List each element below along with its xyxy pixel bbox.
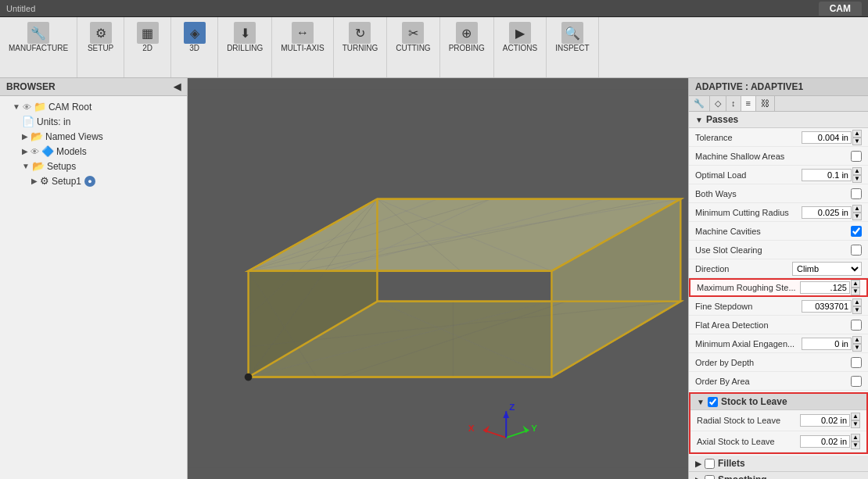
passes-section-header[interactable]: ▼ Passes <box>689 112 868 128</box>
browser-panel: BROWSER ◀ ▼ 👁 📁 CAM Root 📄 Units: in ▶ 📂… <box>0 78 188 479</box>
flat-area-detection-label: Flat Area Detection <box>695 320 851 330</box>
machine-shallow-label: Machine Shallow Areas <box>695 152 851 161</box>
toolbar-cutting[interactable]: ✂ CUTTING <box>387 17 439 77</box>
order-by-depth-checkbox[interactable] <box>851 357 862 368</box>
fillets-section-header[interactable]: ▶ Fillets <box>689 456 868 472</box>
tree-item-namedviews[interactable]: ▶ 📂 Named Views <box>0 129 187 144</box>
machine-shallow-checkbox[interactable] <box>851 151 862 162</box>
visibility-icon[interactable]: 👁 <box>23 102 31 112</box>
machine-cavities-checkbox[interactable] <box>851 226 862 237</box>
radial-stock-input[interactable] <box>800 414 850 427</box>
fine-stepdown-down[interactable]: ▼ <box>852 306 862 314</box>
actions-btn[interactable]: ▶ ACTIONS <box>499 20 541 54</box>
radial-stock-row: Radial Stock to Leave ▲ ▼ <box>690 410 866 431</box>
axial-stock-input[interactable] <box>800 435 850 448</box>
2d-btn[interactable]: ▦ 2D <box>132 20 163 54</box>
tab-geometry[interactable]: ◇ <box>710 96 726 111</box>
max-roughing-stepdown-down[interactable]: ▼ <box>851 288 860 295</box>
units-icon: 📄 <box>22 116 34 127</box>
toolbar-manufacture[interactable]: 🔧 MANUFACTURE <box>0 17 77 77</box>
browser-collapse-icon[interactable]: ◀ <box>174 81 181 92</box>
toolbar-2d[interactable]: ▦ 2D <box>124 17 171 77</box>
toolbar-3d[interactable]: ◈ 3D <box>171 17 218 77</box>
min-cutting-radius-input[interactable] <box>802 206 852 219</box>
max-roughing-stepdown-up[interactable]: ▲ <box>851 280 860 288</box>
tab-tool[interactable]: 🔧 <box>689 96 710 111</box>
fine-stepdown-up[interactable]: ▲ <box>852 298 862 306</box>
tolerance-spinner[interactable]: ▲ ▼ <box>852 130 862 145</box>
tolerance-input[interactable] <box>802 131 852 144</box>
tree-item-models[interactable]: ▶ 👁 🔷 Models <box>0 144 187 159</box>
tolerance-down[interactable]: ▼ <box>852 138 862 145</box>
min-axial-engagement-input[interactable] <box>802 338 852 350</box>
tab-linking[interactable]: ⛓ <box>756 96 775 111</box>
optimal-load-down[interactable]: ▼ <box>852 175 862 183</box>
min-cutting-radius-up[interactable]: ▲ <box>852 205 862 213</box>
min-axial-engagement-up[interactable]: ▲ <box>852 336 862 344</box>
setup1-badge: ● <box>84 176 95 187</box>
machine-shallow-row: Machine Shallow Areas <box>689 147 868 166</box>
min-axial-engagement-spinner[interactable]: ▲ ▼ <box>852 336 862 352</box>
toolbar-inspect[interactable]: 🔍 INSPECT <box>547 17 598 77</box>
cutting-btn[interactable]: ✂ CUTTING <box>392 20 434 54</box>
tree-item-camroot[interactable]: ▼ 👁 📁 CAM Root <box>0 99 187 114</box>
min-cutting-radius-spinner[interactable]: ▲ ▼ <box>852 205 862 220</box>
visibility-icon[interactable]: 👁 <box>30 147 39 156</box>
toolbar-actions[interactable]: ▶ ACTIONS <box>494 17 547 77</box>
min-cutting-radius-down[interactable]: ▼ <box>852 213 862 220</box>
flat-area-detection-checkbox[interactable] <box>851 320 862 331</box>
probing-btn[interactable]: ⊕ PROBING <box>445 20 489 54</box>
turning-btn[interactable]: ↻ TURNING <box>339 20 382 54</box>
optimal-load-spinner[interactable]: ▲ ▼ <box>852 167 862 183</box>
cam-tab[interactable]: CAM <box>819 2 862 16</box>
turning-icon: ↻ <box>349 22 371 44</box>
machine-cavities-value <box>851 226 862 237</box>
smoothing-checkbox[interactable] <box>705 475 715 480</box>
manufacture-btn[interactable]: 🔧 MANUFACTURE <box>5 20 72 54</box>
direction-select[interactable]: Climb Conventional <box>792 262 862 276</box>
fine-stepdown-input[interactable] <box>802 300 852 313</box>
use-slot-clearing-checkbox[interactable] <box>851 245 862 256</box>
smoothing-section-header[interactable]: ▶ Smoothing <box>689 472 868 479</box>
fillets-checkbox[interactable] <box>705 459 715 469</box>
viewport[interactable]: Y X Z <box>188 78 688 479</box>
min-axial-engagement-row: Minimum Axial Engagen... ▲ ▼ <box>689 334 868 353</box>
radial-stock-spinner[interactable]: ▲ ▼ <box>851 413 860 428</box>
tab-passes[interactable]: ≡ <box>741 96 756 111</box>
max-roughing-stepdown-input[interactable] <box>800 281 850 294</box>
fine-stepdown-spinner[interactable]: ▲ ▼ <box>852 298 862 314</box>
order-by-area-checkbox[interactable] <box>851 376 862 387</box>
inspect-btn[interactable]: 🔍 INSPECT <box>551 20 593 54</box>
multiaxis-btn[interactable]: ↔ MULTI-AXIS <box>277 20 328 54</box>
radial-stock-down[interactable]: ▼ <box>851 420 860 428</box>
tab-heights[interactable]: ↕ <box>726 96 741 111</box>
min-axial-engagement-down[interactable]: ▼ <box>852 344 862 352</box>
toolbar-probing[interactable]: ⊕ PROBING <box>440 17 494 77</box>
stock-to-leave-checkbox[interactable] <box>708 397 718 407</box>
axial-stock-up[interactable]: ▲ <box>851 434 860 441</box>
tree-item-setup1[interactable]: ▶ ⚙ Setup1 ● <box>0 173 187 188</box>
tree-item-units[interactable]: 📄 Units: in <box>0 114 187 129</box>
toolbar-setup[interactable]: ⚙ SETUP <box>77 17 124 77</box>
min-cutting-radius-label: Minimum Cutting Radius <box>695 208 802 217</box>
stock-to-leave-header[interactable]: ▼ Stock to Leave <box>690 394 866 410</box>
toolbar-drilling[interactable]: ⬇ DRILLING <box>218 17 272 77</box>
drilling-btn[interactable]: ⬇ DRILLING <box>223 20 267 54</box>
optimal-load-up[interactable]: ▲ <box>852 167 862 175</box>
axial-stock-spinner[interactable]: ▲ ▼ <box>851 434 860 449</box>
radial-stock-up[interactable]: ▲ <box>851 413 860 420</box>
3d-model-view: Y X Z <box>188 78 688 479</box>
tree-item-setups[interactable]: ▼ 📂 Setups <box>0 159 187 173</box>
axial-stock-down[interactable]: ▼ <box>851 441 860 449</box>
toolbar-multiaxis[interactable]: ↔ MULTI-AXIS <box>272 17 333 77</box>
setup-btn[interactable]: ⚙ SETUP <box>84 20 117 54</box>
direction-row: Direction Climb Conventional <box>689 259 868 278</box>
3d-btn[interactable]: ◈ 3D <box>179 20 210 54</box>
tolerance-up[interactable]: ▲ <box>852 130 862 138</box>
max-roughing-stepdown-spinner[interactable]: ▲ ▼ <box>851 280 860 295</box>
optimal-load-input[interactable] <box>802 169 852 181</box>
toolbar-turning[interactable]: ↻ TURNING <box>334 17 388 77</box>
machine-cavities-label: Machine Cavities <box>695 227 851 236</box>
toolbar: 🔧 MANUFACTURE ⚙ SETUP ▦ 2D ◈ 3D ⬇ DRILLI… <box>0 17 868 78</box>
both-ways-checkbox[interactable] <box>851 188 862 199</box>
